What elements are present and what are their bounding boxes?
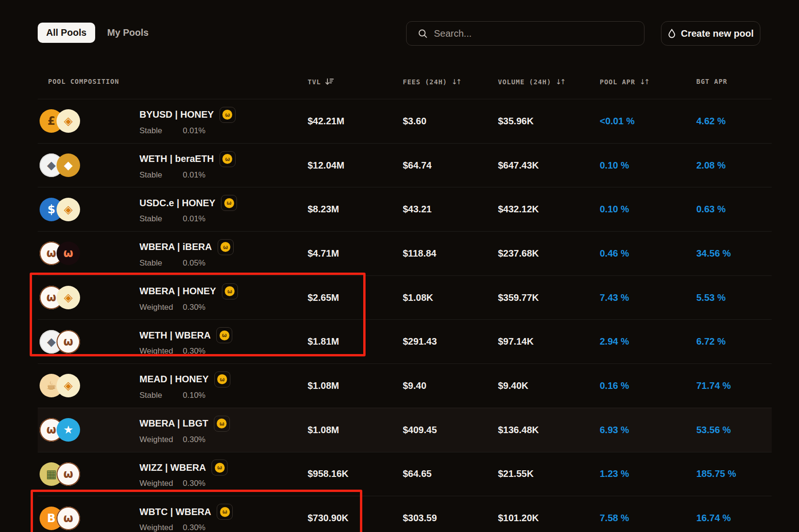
pool-info: WETH | WBERA ω Weighted0.30% [139,320,232,363]
pool-info: BYUSD | HONEY ω Stable0.01% [139,99,236,143]
pool-info: WBERA | LBGT ω Weighted0.30% [139,408,230,452]
pool-name: WBTC | WBERA [139,507,211,517]
bgt-badge-icon: ω [217,504,233,520]
pool-fee: 0.01% [183,126,205,135]
fees-24h-value: $64.74 [403,144,432,187]
fees-24h-value: $291.43 [403,320,437,363]
pool-name: WETH | beraETH [139,153,214,164]
pool-name: WBERA | LBGT [139,418,208,429]
token-icon-wbera: ω [57,507,80,530]
token-icon-wbera: ω [57,462,80,486]
table-header: POOL COMPOSITION TVL FEES (24H) ↓↑ VOLUM… [0,78,799,92]
pool-info: USDC.e | HONEY ω Stable0.01% [139,187,237,231]
bgt-badge-icon: ω [220,151,236,167]
sort-both-icon: ↓↑ [639,78,648,86]
tvl-value: $1.81M [308,320,339,363]
header-volume-24h[interactable]: VOLUME (24H) ↓↑ [498,78,564,86]
search-input[interactable]: Search... [406,21,644,46]
table-row[interactable]: ▦ ω WIZZ | WBERA ω Weighted0.30% $958.16… [38,452,772,496]
pool-fee: 0.01% [183,214,205,223]
table-row[interactable]: ☕ ◈ MEAD | HONEY ω Stable0.10% $1.08M $9… [38,363,772,408]
tab-all-pools[interactable]: All Pools [38,23,95,43]
pool-apr-value: 2.94 % [600,320,629,363]
volume-24h-value: $9.40K [498,364,529,408]
token-pair: ω ω [40,232,80,275]
token-icon-honey: ◈ [57,198,80,221]
pool-apr-value: 0.16 % [600,364,629,408]
pool-name: BYUSD | HONEY [139,109,214,120]
volume-24h-value: $647.43K [498,144,539,187]
volume-24h-value: $35.96K [498,99,534,143]
fees-24h-value: $3.60 [403,99,426,143]
header-fees-24h[interactable]: FEES (24H) ↓↑ [403,78,460,86]
pool-type: Weighted [139,479,183,488]
tvl-value: $1.08M [308,364,339,408]
token-pair: B ω [40,496,80,532]
pool-info: WBERA | iBERA ω Stable0.05% [139,232,234,275]
search-placeholder: Search... [434,28,472,39]
pool-apr-value: 7.58 % [600,496,629,532]
pool-apr-value: 0.10 % [600,144,629,187]
bgt-badge-icon: ω [221,195,237,211]
fees-24h-value: $1.08K [403,276,433,320]
pool-fee: 0.30% [183,435,205,444]
table-row[interactable]: ◆ ◆ WETH | beraETH ω Stable0.01% $12.04M… [38,143,772,187]
token-pair: ω ★ [40,408,80,452]
pool-apr-value: 7.43 % [600,276,629,320]
bgt-apr-value: 5.53 % [696,276,726,320]
volume-24h-value: $136.48K [498,408,539,452]
sort-both-icon: ↓↑ [555,78,564,86]
pool-info: WIZZ | WBERA ω Weighted0.30% [139,452,228,496]
table-row[interactable]: ω ◈ WBERA | HONEY ω Weighted0.30% $2.65M… [38,275,772,320]
token-pair: $ ◈ [40,187,80,231]
header-pool-apr[interactable]: POOL APR ↓↑ [600,78,649,86]
token-icon-wbera: ω [57,330,80,354]
bgt-apr-value: 6.72 % [696,320,726,363]
volume-24h-value: $237.68K [498,232,539,275]
pool-apr-value: 0.46 % [600,232,629,275]
bgt-apr-value: 185.75 % [696,452,736,496]
droplet-icon [668,29,676,38]
pool-apr-value: <0.01 % [600,99,635,143]
header-pool-composition: POOL COMPOSITION [48,78,119,85]
sort-both-icon: ↓↑ [451,78,460,86]
table-row[interactable]: £ ◈ BYUSD | HONEY ω Stable0.01% $42.21M … [38,99,772,143]
volume-24h-value: $359.77K [498,276,539,320]
fees-24h-value: $43.21 [403,187,432,231]
table-row[interactable]: B ω WBTC | WBERA ω Weighted0.30% $730.90… [38,496,772,532]
pool-info: WBERA | HONEY ω Weighted0.30% [139,276,238,320]
fees-24h-value: $9.40 [403,364,426,408]
pool-type: Stable [139,126,183,136]
fees-24h-value: $118.84 [403,232,436,275]
tab-my-pools[interactable]: My Pools [107,27,149,38]
table-row[interactable]: $ ◈ USDC.e | HONEY ω Stable0.01% $8.23M … [38,187,772,231]
pool-name: WIZZ | WBERA [139,462,206,473]
pool-name: WETH | WBERA [139,330,211,341]
pool-info: WBTC | WBERA ω Weighted0.30% [139,496,233,532]
table-row[interactable]: ω ★ WBERA | LBGT ω Weighted0.30% $1.08M … [38,408,772,452]
pool-apr-value: 0.10 % [600,187,629,231]
create-new-pool-button[interactable]: Create new pool [661,21,760,46]
token-pair: ☕ ◈ [40,364,80,408]
bgt-apr-value: 34.56 % [696,232,731,275]
table-row[interactable]: ◆ ω WETH | WBERA ω Weighted0.30% $1.81M … [38,319,772,363]
bgt-badge-icon: ω [212,459,228,476]
token-icon-honey: ◈ [57,286,80,309]
pool-type: Weighted [139,435,183,444]
volume-24h-value: $97.14K [498,320,534,363]
bgt-badge-icon: ω [222,283,238,299]
table-row[interactable]: ω ω WBERA | iBERA ω Stable0.05% $4.71M $… [38,231,772,275]
pools-tabs: All Pools My Pools [38,23,148,43]
search-icon [418,29,428,39]
tvl-value: $2.65M [308,276,339,320]
token-pair: ▦ ω [40,452,80,496]
tvl-value: $12.04M [308,144,344,187]
pool-name: WBERA | iBERA [139,242,212,252]
pool-apr-value: 1.23 % [600,452,629,496]
token-icon-lbgt: ★ [57,418,80,442]
volume-24h-value: $101.20K [498,496,539,532]
bgt-badge-icon: ω [216,327,232,343]
header-tvl[interactable]: TVL [308,78,334,86]
token-icon-honey: ◈ [57,374,80,397]
bgt-apr-value: 0.63 % [696,187,726,231]
